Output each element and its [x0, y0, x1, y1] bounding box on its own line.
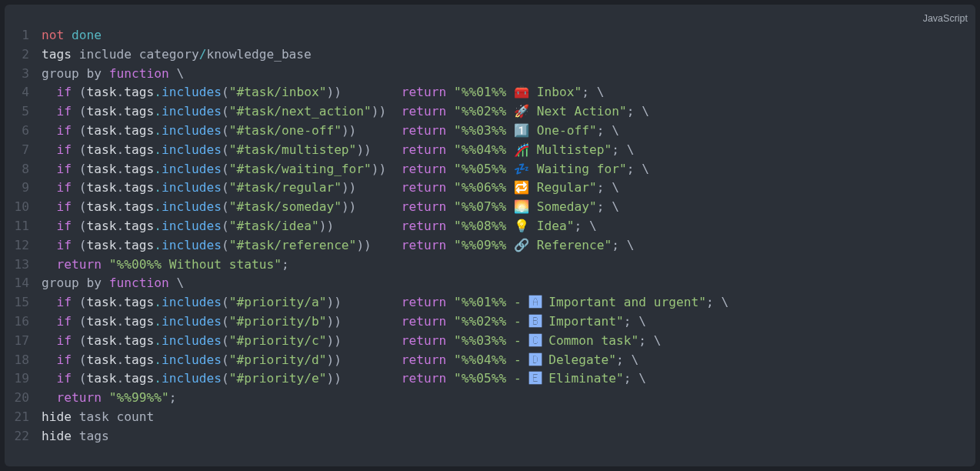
line-content[interactable]: if (task.tags.includes("#task/next_actio…	[42, 102, 975, 122]
token: ))	[342, 123, 402, 138]
code-line[interactable]: 7 if (task.tags.includes("#task/multiste…	[5, 141, 975, 160]
line-content[interactable]: if (task.tags.includes("#priority/b")) r…	[42, 312, 975, 332]
token	[42, 333, 57, 348]
token	[64, 28, 72, 42]
code-line[interactable]: 17 if (task.tags.includes("#priority/c")…	[5, 332, 975, 351]
code-line[interactable]: 12 if (task.tags.includes("#task/referen…	[5, 236, 975, 256]
token: return	[402, 238, 446, 252]
token: "#task/idea"	[229, 219, 319, 233]
token: if	[57, 219, 72, 233]
code-line[interactable]: 3group by function \	[5, 65, 975, 84]
token: if	[57, 333, 72, 348]
line-content[interactable]: return "%%00%% Without status";	[42, 256, 975, 275]
token: (	[72, 104, 87, 119]
token: ))	[356, 238, 401, 252]
token	[42, 352, 57, 367]
line-content[interactable]: if (task.tags.includes("#task/idea")) re…	[42, 217, 975, 236]
token: .	[154, 238, 162, 252]
line-content[interactable]: if (task.tags.includes("#task/one-off"))…	[42, 122, 975, 141]
token: (	[222, 352, 229, 367]
token: task	[87, 314, 117, 329]
code-line[interactable]: 9 if (task.tags.includes("#task/regular"…	[5, 179, 975, 198]
token: "#task/someday"	[229, 199, 342, 214]
code-line[interactable]: 22hide tags	[5, 427, 975, 446]
token: (	[72, 142, 87, 157]
token: .	[116, 85, 124, 99]
code-line[interactable]: 16 if (task.tags.includes("#priority/b")…	[5, 312, 975, 332]
token: ))	[326, 371, 401, 386]
code-line[interactable]: 18 if (task.tags.includes("#priority/d")…	[5, 351, 975, 370]
code-line[interactable]: 15 if (task.tags.includes("#priority/a")…	[5, 293, 975, 312]
token: "#task/waiting_for"	[229, 162, 372, 176]
code-line[interactable]: 13 return "%%00%% Without status";	[5, 256, 975, 275]
line-content[interactable]: tags include category/knowledge_base	[42, 45, 975, 65]
code-line[interactable]: 14group by function \	[5, 274, 975, 293]
code-area[interactable]: 1not done2tags include category/knowledg…	[5, 26, 975, 462]
code-line[interactable]: 2tags include category/knowledge_base	[5, 45, 975, 65]
code-line[interactable]: 10 if (task.tags.includes("#task/someday…	[5, 198, 975, 217]
token: return	[402, 180, 446, 195]
token: tags	[124, 123, 154, 138]
token: .	[154, 199, 162, 214]
line-content[interactable]: if (task.tags.includes("#task/inbox")) r…	[42, 83, 975, 102]
code-line[interactable]: 8 if (task.tags.includes("#task/waiting_…	[5, 160, 975, 179]
code-line[interactable]: 5 if (task.tags.includes("#task/next_act…	[5, 102, 975, 122]
token: if	[57, 314, 72, 329]
token: if	[57, 295, 72, 309]
token	[446, 123, 454, 138]
line-content[interactable]: if (task.tags.includes("#task/waiting_fo…	[42, 160, 975, 179]
token: return	[402, 123, 446, 138]
token: (	[72, 371, 87, 386]
code-line[interactable]: 1not done	[5, 26, 975, 45]
line-number: 12	[5, 236, 42, 256]
line-content[interactable]: if (task.tags.includes("#task/someday"))…	[42, 198, 975, 217]
token: tags	[124, 85, 154, 99]
token: task	[87, 295, 117, 309]
line-content[interactable]: return "%%99%%";	[42, 389, 975, 408]
token: tags	[124, 371, 154, 386]
token: .	[154, 104, 162, 119]
token: (	[222, 333, 229, 348]
line-number: 11	[5, 217, 42, 236]
line-number: 5	[5, 102, 42, 122]
line-content[interactable]: group by function \	[42, 65, 975, 84]
line-content[interactable]: not done	[42, 26, 975, 45]
line-content[interactable]: hide task count	[42, 408, 975, 427]
line-content[interactable]: if (task.tags.includes("#priority/e")) r…	[42, 369, 975, 389]
line-content[interactable]: if (task.tags.includes("#task/regular"))…	[42, 179, 975, 198]
token: includes	[162, 85, 222, 99]
code-line[interactable]: 20 return "%%99%%";	[5, 389, 975, 408]
line-content[interactable]: hide tags	[42, 427, 975, 446]
token: /	[199, 47, 207, 62]
token: includes	[162, 352, 222, 367]
token: if	[57, 180, 72, 195]
token: "#task/multistep"	[229, 142, 357, 157]
token: .	[116, 238, 124, 252]
token: ; \	[627, 104, 649, 119]
line-content[interactable]: if (task.tags.includes("#task/reference"…	[42, 236, 975, 256]
token: "%%00%% Without status"	[109, 257, 282, 272]
token: ; \	[624, 314, 646, 329]
token: return	[402, 333, 446, 348]
line-number: 21	[5, 408, 42, 427]
line-content[interactable]: if (task.tags.includes("#priority/d")) r…	[42, 351, 975, 370]
token	[446, 162, 454, 176]
code-line[interactable]: 4 if (task.tags.includes("#task/inbox"))…	[5, 83, 975, 102]
line-content[interactable]: if (task.tags.includes("#priority/c")) r…	[42, 332, 975, 351]
code-line[interactable]: 21hide task count	[5, 408, 975, 427]
code-line[interactable]: 6 if (task.tags.includes("#task/one-off"…	[5, 122, 975, 141]
line-content[interactable]: group by function \	[42, 274, 975, 293]
token: (	[222, 314, 229, 329]
line-content[interactable]: if (task.tags.includes("#task/multistep"…	[42, 141, 975, 160]
line-number: 10	[5, 198, 42, 217]
token: (	[72, 333, 87, 348]
code-line[interactable]: 19 if (task.tags.includes("#priority/e")…	[5, 369, 975, 389]
token: return	[57, 257, 102, 272]
token: 🅰	[529, 295, 542, 309]
line-content[interactable]: if (task.tags.includes("#priority/a")) r…	[42, 293, 975, 312]
token: task count	[72, 409, 154, 424]
token	[446, 371, 454, 386]
code-line[interactable]: 11 if (task.tags.includes("#task/idea"))…	[5, 217, 975, 236]
token: .	[154, 123, 162, 138]
line-number: 4	[5, 83, 42, 102]
